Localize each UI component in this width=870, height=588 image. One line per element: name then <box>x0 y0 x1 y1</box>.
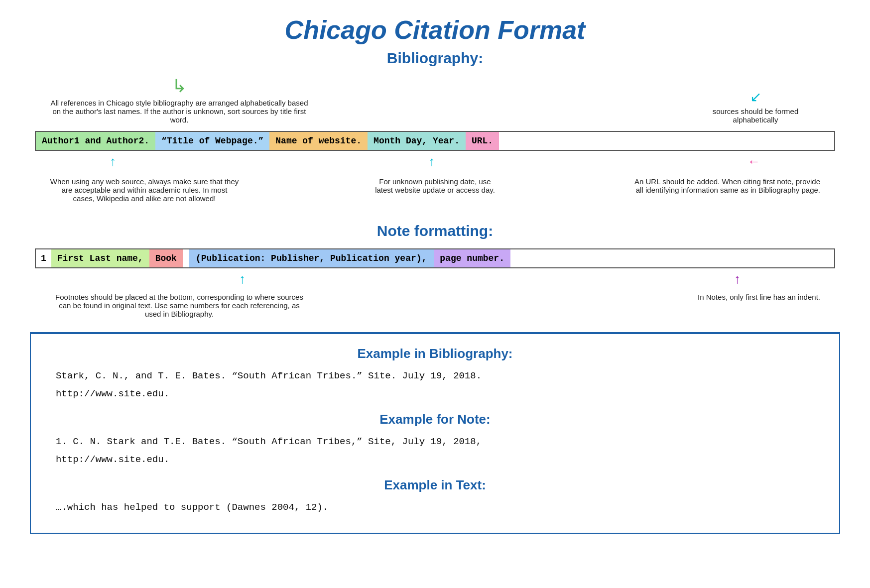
bib-top-annotations: ↳ All references in Chicago style biblio… <box>30 76 840 129</box>
example-note-line2: http://www.site.edu. <box>56 452 814 467</box>
bib-below-right-text: An URL should be added. When citing firs… <box>631 177 820 203</box>
example-bib-title: Example in Bibliography: <box>56 346 814 361</box>
bib-date-segment: Month Day, Year. <box>368 132 466 150</box>
example-text-section: Example in Text: ….which has helped to s… <box>56 477 814 515</box>
note-page-segment: page number. <box>434 249 510 267</box>
note-bar: 1 First Last name, Book (Publication: Pu… <box>35 248 835 268</box>
bib-title-segment: “Title of Webpage.” <box>155 132 269 150</box>
arrow-note-page-up: ↑ <box>734 271 741 287</box>
note-publication-segment: (Publication: Publisher, Publication yea… <box>189 249 434 267</box>
example-text-title: Example in Text: <box>56 477 814 493</box>
arrow-title-up: ↑ <box>110 154 116 169</box>
examples-section: Example in Bibliography: Stark, C. N., a… <box>30 333 840 534</box>
bib-annotation-left: ↳ All references in Chicago style biblio… <box>50 76 309 129</box>
bib-below-left-text: When using any web source, always make s… <box>50 177 239 203</box>
bib-below-row: When using any web source, always make s… <box>30 170 840 203</box>
example-text-line1: ….which has helped to support (Dawnes 20… <box>56 500 814 515</box>
example-bib-line1: Stark, C. N., and T. E. Bates. “South Af… <box>56 368 814 383</box>
arrow-green-icon: ↳ <box>172 76 187 97</box>
bib-arrows-row: ↑ ↑ ← <box>30 154 840 169</box>
bib-author-segment: Author1 and Author2. <box>36 132 155 150</box>
example-note-line1: 1. C. N. Stark and T.E. Bates. “South Af… <box>56 434 814 449</box>
bib-below-center-text: For unknown publishing date, use latest … <box>371 177 500 203</box>
example-note-title: Example for Note: <box>56 412 814 427</box>
arrow-date-up: ↑ <box>429 154 435 169</box>
example-note: Example for Note: 1. C. N. Stark and T.E… <box>56 412 814 468</box>
arrow-cyan-down-icon: ↙ <box>750 89 761 105</box>
note-below-row: Footnotes should be placed at the bottom… <box>30 288 840 318</box>
note-book-segment: Book <box>149 249 183 267</box>
bib-annotation-right: ↙ sources should be formed alphabeticall… <box>691 89 820 129</box>
note-name-segment: First Last name, <box>51 249 149 267</box>
bibliography-section: Bibliography: ↳ All references in Chicag… <box>30 50 840 213</box>
page-title: Chicago Citation Format <box>30 15 840 45</box>
note-below-left-text: Footnotes should be placed at the bottom… <box>50 293 309 318</box>
note-section: Note formatting: 1 First Last name, Book… <box>30 223 840 318</box>
bib-url-segment: URL. <box>466 132 499 150</box>
note-plain-space <box>183 254 189 262</box>
note-heading: Note formatting: <box>30 223 840 239</box>
note-arrows-row: ↑ ↑ <box>30 271 840 287</box>
bib-annotation-right-text: sources should be formed alphabetically <box>691 107 820 124</box>
bibliography-bar: Author1 and Author2. “Title of Webpage.”… <box>35 131 835 151</box>
example-bibliography: Example in Bibliography: Stark, C. N., a… <box>56 346 814 402</box>
arrow-note-pub-up: ↑ <box>239 271 246 287</box>
note-below-right-text: In Notes, only first line has an indent. <box>698 293 820 301</box>
bib-annotation-left-text: All references in Chicago style bibliogr… <box>50 99 309 124</box>
bib-website-segment: Name of website. <box>269 132 368 150</box>
bibliography-heading: Bibliography: <box>30 50 840 67</box>
arrow-url-pink-left: ← <box>747 154 760 169</box>
note-number-segment: 1 <box>36 249 51 267</box>
example-bib-line2: http://www.site.edu. <box>56 386 814 401</box>
